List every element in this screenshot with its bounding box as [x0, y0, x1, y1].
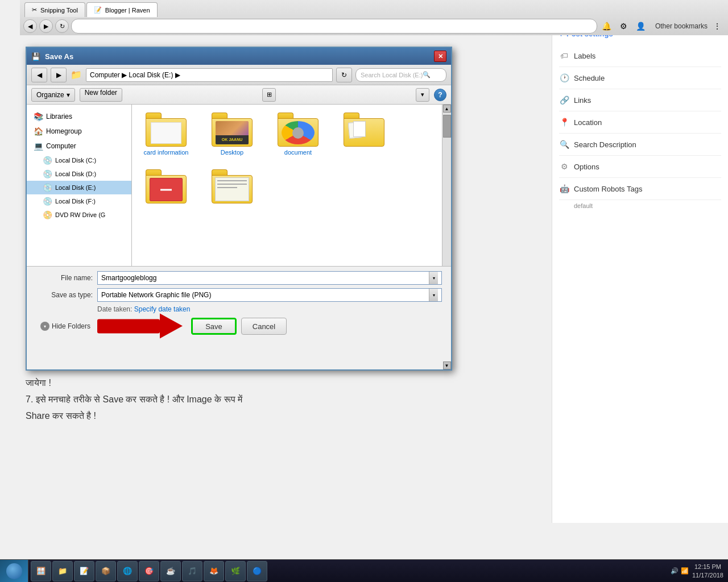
hide-folders-btn[interactable]: ▾ Hide Folders	[40, 322, 90, 331]
filename-input[interactable]: Smartgoogleblogg ▾	[97, 271, 442, 285]
settings-links[interactable]: 🔗 Links	[559, 89, 721, 111]
dvd-icon: 📀	[43, 210, 52, 219]
red-arrow-indicator	[94, 311, 185, 342]
new-folder-btn[interactable]: New folder	[80, 88, 122, 102]
tab-blogger[interactable]: 📝 Blogger | Raven	[86, 2, 158, 17]
sidebar-homegroup[interactable]: 🏠 Homegroup	[27, 124, 131, 139]
help-btn[interactable]: ?	[434, 89, 446, 101]
settings-options[interactable]: ⚙ Options	[559, 156, 721, 178]
back-nav-btn[interactable]: ◀	[31, 68, 47, 82]
forward-btn[interactable]: ▶	[39, 19, 53, 33]
savetype-row: Save as type: Portable Network Graphic f…	[36, 288, 442, 302]
folder-6[interactable]: folder6	[204, 167, 260, 215]
file-area: card information OK JAANU Desktop	[132, 105, 442, 266]
tab-snipping-label: Snipping Tool	[40, 7, 78, 14]
scroll-down-btn[interactable]: ▼	[443, 361, 451, 369]
profile-icon[interactable]: 👤	[634, 19, 648, 34]
back-btn[interactable]: ◀	[23, 19, 37, 33]
location-label: Location	[574, 118, 602, 127]
search-desc-icon: 🔍	[559, 139, 569, 149]
organize-btn[interactable]: Organize ▾	[31, 88, 75, 102]
notifications-icon[interactable]: 🔔	[599, 19, 614, 34]
robots-label: Custom Robots Tags	[574, 185, 642, 193]
settings-schedule[interactable]: 🕐 Schedule	[559, 67, 721, 89]
taskbar-item-8[interactable]: 🦊	[204, 561, 224, 581]
sidebar-dvd[interactable]: 📀 DVD RW Drive (G	[27, 208, 131, 222]
location-icon: 📍	[559, 117, 569, 127]
dialog-close-btn[interactable]: ✕	[434, 51, 446, 62]
taskbar-item-7[interactable]: 🎵	[182, 561, 202, 581]
save-icon: 💾	[31, 52, 40, 61]
taskbar-icon-1: 📁	[57, 566, 68, 576]
save-button[interactable]: Save	[191, 318, 237, 335]
sidebar-libraries[interactable]: 📚 Libraries	[27, 109, 131, 124]
refresh-nav-btn[interactable]: ↻	[336, 68, 352, 82]
svg-rect-0	[97, 319, 160, 334]
sidebar-computer[interactable]: 💻 Computer	[27, 139, 131, 153]
cancel-button[interactable]: Cancel	[241, 318, 287, 335]
dialog-title-content: 💾 Save As	[31, 52, 73, 61]
apps-icon[interactable]: ⚙	[617, 19, 631, 34]
sidebar-local-e[interactable]: 💿 Local Disk (E:)	[27, 181, 131, 194]
taskbar-item-10[interactable]: 🔵	[247, 561, 267, 581]
folder-desktop[interactable]: OK JAANU Desktop	[204, 110, 260, 158]
folder-document[interactable]: document	[270, 110, 326, 158]
chrome-right-buttons: 🔔 ⚙ 👤 Other bookmarks ⋮	[599, 19, 725, 34]
refresh-btn[interactable]: ↻	[55, 19, 69, 33]
dialog-titlebar: 💾 Save As ✕	[27, 48, 451, 65]
dialog-scrollbar[interactable]: ▲ ▼	[442, 105, 451, 266]
savetype-input[interactable]: Portable Network Graphic file (PNG) ▾	[97, 288, 442, 302]
url-bar[interactable]	[71, 19, 597, 34]
taskbar-item-1[interactable]: 📁	[52, 561, 73, 581]
menu-icon[interactable]: ⋮	[710, 19, 725, 34]
tab-snipping[interactable]: ✂ Snipping Tool	[24, 2, 85, 17]
folder-card-info[interactable]: card information	[138, 110, 195, 158]
forward-nav-btn[interactable]: ▶	[51, 68, 67, 82]
taskbar-item-4[interactable]: 🌐	[117, 561, 138, 581]
search-icon: 🔍	[423, 71, 431, 78]
folder-5[interactable]: folder5	[138, 167, 195, 215]
search-desc-label: Search Description	[574, 140, 636, 149]
scroll-up-btn[interactable]: ▲	[443, 105, 451, 113]
start-button[interactable]	[0, 560, 28, 583]
taskbar-icon-8: 🦊	[209, 566, 219, 576]
robots-icon: 🤖	[559, 184, 569, 194]
labels-icon: 🏷	[559, 51, 569, 61]
settings-search-desc[interactable]: 🔍 Search Description	[559, 134, 721, 156]
sidebar-local-d[interactable]: 💿 Local Disk (D:)	[27, 167, 131, 181]
dialog-body: 📚 Libraries 🏠 Homegroup 💻 Computer 💿 Loc…	[27, 105, 451, 267]
savetype-dropdown[interactable]: ▾	[429, 289, 438, 301]
settings-robots[interactable]: 🤖 Custom Robots Tags	[559, 178, 721, 200]
taskbar-item-2[interactable]: 📝	[74, 561, 94, 581]
scroll-thumb[interactable]	[443, 115, 451, 138]
folder-desktop-icon: OK JAANU	[212, 113, 253, 147]
taskbar-icon-10: 🔵	[252, 566, 262, 576]
settings-default-value: default	[559, 202, 721, 209]
chrome-bar: ✂ Snipping Tool 📝 Blogger | Raven ◀ ▶ ↻ …	[20, 0, 728, 35]
save-btn-label: Save	[205, 322, 222, 331]
taskbar-item-6[interactable]: ☕	[160, 561, 181, 581]
sidebar-local-f[interactable]: 💿 Local Disk (F:)	[27, 194, 131, 208]
taskbar-item-5[interactable]: 🎯	[139, 561, 159, 581]
view-btn[interactable]: ⊞	[262, 88, 276, 102]
right-panel: Publish Save Preview Close ▾ Post settin…	[552, 0, 728, 523]
view-arrow-btn[interactable]: ▾	[416, 88, 429, 102]
options-label: Options	[574, 163, 599, 171]
folder-4[interactable]: folder4	[336, 110, 392, 158]
taskbar-item-9[interactable]: 🌿	[225, 561, 246, 581]
other-bookmarks[interactable]: Other bookmarks	[651, 22, 708, 30]
taskbar-item-0[interactable]: 🪟	[31, 561, 51, 581]
folder-6-icon	[212, 169, 253, 203]
chrome-nav: ◀ ▶ ↻ 🔔 ⚙ 👤 Other bookmarks ⋮	[20, 17, 728, 35]
filename-dropdown[interactable]: ▾	[429, 272, 438, 284]
taskbar-item-3[interactable]: 📦	[96, 561, 116, 581]
search-bar[interactable]: Search Local Disk (E:) 🔍	[355, 68, 446, 82]
address-bar[interactable]: Computer ▶ Local Disk (E:) ▶	[86, 68, 333, 82]
settings-labels[interactable]: 🏷 Labels	[559, 45, 721, 67]
taskbar: 🪟 📁 📝 📦 🌐 🎯 ☕ 🎵 🦊 🌿 🔵	[0, 559, 728, 582]
tab-snipping-icon: ✂	[32, 6, 37, 14]
sidebar-local-c[interactable]: 💿 Local Disk (C:)	[27, 153, 131, 167]
organize-label: Organize	[36, 91, 64, 99]
disk-c-icon: 💿	[43, 156, 52, 165]
settings-location[interactable]: 📍 Location	[559, 111, 721, 134]
